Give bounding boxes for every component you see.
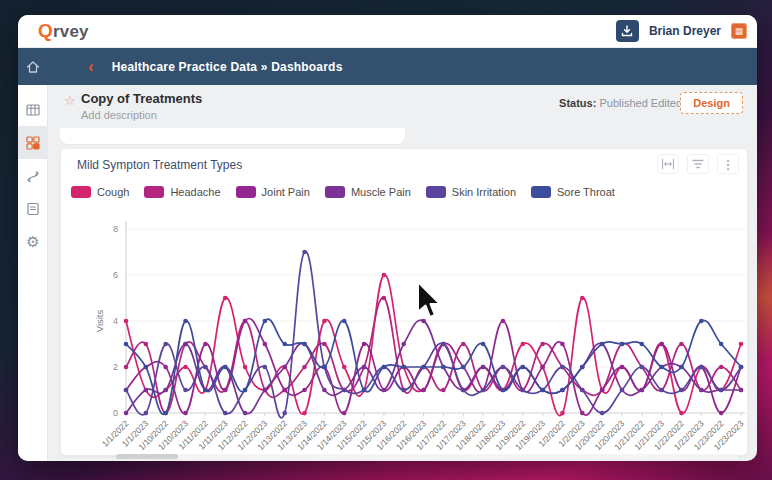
- top-bar: Qrvey Brian Dreyer ▦: [18, 15, 757, 48]
- fit-width-icon: [661, 158, 675, 170]
- legend-item[interactable]: Muscle Pain: [325, 186, 411, 198]
- breadcrumb-bar: ‹ Healthcare Practice Data » Dashboards: [18, 48, 757, 85]
- legend-item[interactable]: Headache: [144, 186, 220, 198]
- status-text: Status: Published Edited: [559, 97, 682, 109]
- chart-panel-toolbar: ⋮: [657, 154, 739, 174]
- page-title: Copy of Treatments: [81, 91, 202, 106]
- svg-text:6: 6: [113, 270, 118, 280]
- chart-menu-button[interactable]: ⋮: [717, 154, 739, 174]
- treatment-line-chart[interactable]: 02468Visits1/1/20221/1/20231/10/20221/10…: [61, 211, 749, 455]
- legend-swatch: [325, 186, 345, 198]
- svg-text:8: 8: [113, 224, 118, 234]
- sidebar-item-tables[interactable]: [18, 93, 48, 126]
- legend-item[interactable]: Sore Throat: [531, 186, 615, 198]
- chart-hscroll-track[interactable]: [116, 454, 738, 459]
- legend-label: Muscle Pain: [351, 186, 411, 198]
- sidebar-item-connections[interactable]: [18, 159, 48, 192]
- main-content: ☆ Copy of Treatments Add description Sta…: [48, 85, 757, 461]
- desktop-background: { "header": { "logo_q": "Q", "logo_rest"…: [0, 0, 772, 480]
- user-name[interactable]: Brian Dreyer: [649, 24, 721, 38]
- sidebar-item-settings[interactable]: ⚙: [18, 225, 48, 258]
- breadcrumb[interactable]: Healthcare Practice Data » Dashboards: [112, 60, 343, 74]
- kebab-menu-icon: ⋮: [722, 158, 735, 171]
- legend-label: Skin Irritation: [452, 186, 516, 198]
- user-avatar[interactable]: ▦: [731, 23, 747, 39]
- logo-q: Q: [38, 20, 53, 41]
- legend-label: Headache: [170, 186, 220, 198]
- legend-label: Cough: [97, 186, 129, 198]
- back-chevron-icon[interactable]: ‹: [88, 58, 94, 75]
- legend-item[interactable]: Joint Pain: [236, 186, 310, 198]
- sidebar-item-pages[interactable]: [18, 192, 48, 225]
- chart-panel: Mild Sympton Treatment Types ⋮ C: [60, 148, 748, 456]
- topbar-right: Brian Dreyer ▦: [616, 20, 747, 42]
- avatar-image-icon: ▦: [735, 26, 744, 36]
- tables-icon: [25, 102, 41, 118]
- home-nav-cell[interactable]: [18, 48, 48, 85]
- sidebar-item-dashboards[interactable]: [18, 126, 48, 159]
- qrvey-logo[interactable]: Qrvey: [38, 20, 89, 42]
- legend-swatch: [71, 186, 91, 198]
- filter-button[interactable]: [687, 154, 709, 174]
- pages-icon: [25, 201, 41, 217]
- export-download-button[interactable]: [616, 20, 639, 42]
- chart-panel-title: Mild Sympton Treatment Types: [77, 158, 242, 172]
- favorite-star-icon[interactable]: ☆: [64, 93, 76, 108]
- settings-gear-icon: ⚙: [26, 234, 39, 249]
- legend-label: Sore Throat: [557, 186, 615, 198]
- fit-width-button[interactable]: [657, 154, 679, 174]
- home-icon: [25, 59, 41, 75]
- status-value: Published Edited: [599, 97, 682, 109]
- filter-icon: [691, 158, 705, 170]
- legend-swatch: [236, 186, 256, 198]
- logo-rest: rvey: [53, 22, 89, 41]
- download-icon: [621, 25, 633, 37]
- chart-legend: CoughHeadacheJoint PainMuscle PainSkin I…: [71, 186, 615, 198]
- legend-item[interactable]: Cough: [71, 186, 129, 198]
- svg-text:0: 0: [113, 408, 118, 418]
- sidebar: ⚙: [18, 85, 48, 461]
- add-description-field[interactable]: Add description: [81, 109, 157, 121]
- design-button[interactable]: Design: [680, 92, 743, 114]
- svg-text:4: 4: [113, 316, 118, 326]
- legend-label: Joint Pain: [262, 186, 310, 198]
- connections-icon: [25, 168, 41, 184]
- dashboards-icon: [25, 135, 41, 151]
- partial-panel-above: [60, 128, 405, 144]
- legend-swatch: [531, 186, 551, 198]
- svg-text:2: 2: [113, 362, 118, 372]
- legend-swatch: [144, 186, 164, 198]
- legend-item[interactable]: Skin Irritation: [426, 186, 516, 198]
- chart-hscroll-thumb[interactable]: [116, 454, 178, 459]
- app-window: Qrvey Brian Dreyer ▦ ‹ Healthcare Practi…: [18, 15, 757, 461]
- legend-swatch: [426, 186, 446, 198]
- svg-text:Visits: Visits: [94, 309, 105, 332]
- status-label: Status:: [559, 97, 596, 109]
